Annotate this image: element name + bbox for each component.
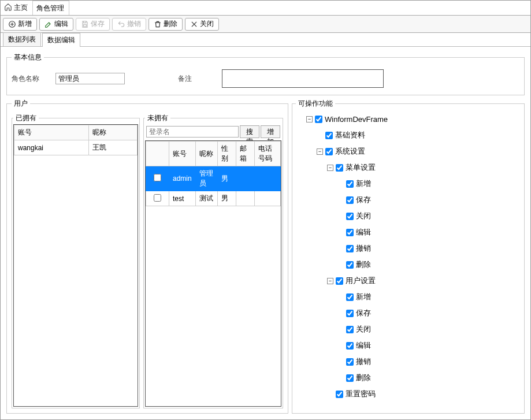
tree-node[interactable]: 编辑 <box>337 224 522 240</box>
tree-leaf-spacer <box>337 246 344 252</box>
delete-button[interactable]: 删除 <box>148 18 183 31</box>
plus-circle-icon <box>8 20 16 28</box>
col-check[interactable] <box>146 142 169 166</box>
tree-leaf-spacer <box>337 213 344 220</box>
undo-button[interactable]: 撤销 <box>112 18 146 31</box>
table-row[interactable]: wangkai王凯 <box>14 140 138 155</box>
cell-nick: 王凯 <box>89 140 138 155</box>
remark-input[interactable] <box>222 69 384 88</box>
add-button[interactable]: 新增 <box>3 18 37 31</box>
tree-node[interactable]: 重置密码 <box>327 386 522 402</box>
tree-checkbox[interactable] <box>346 310 354 317</box>
tab-role-manage[interactable]: 角色管理 <box>33 1 69 15</box>
tree-node[interactable]: 删除 <box>337 257 522 273</box>
cell-nick: 测试 <box>195 191 218 206</box>
toolbar-label: 编辑 <box>54 19 68 29</box>
tree-node[interactable]: 撤销 <box>337 354 522 370</box>
tree-node-label: 保存 <box>356 195 371 205</box>
add-user-button[interactable]: 增加 <box>261 125 280 138</box>
cell-nick: 管理员 <box>195 166 218 191</box>
svg-rect-1 <box>84 24 87 27</box>
owned-users-grid[interactable]: 账号 昵称 wangkai王凯 <box>13 124 138 407</box>
row-checkbox[interactable] <box>154 174 161 181</box>
collapse-icon[interactable]: − <box>327 165 333 171</box>
tree-checkbox[interactable] <box>346 196 354 204</box>
tree-node[interactable]: 新增 <box>337 176 522 192</box>
tree-node[interactable]: 关闭 <box>337 208 522 224</box>
tree-node[interactable]: 保存 <box>337 192 522 208</box>
col-gender[interactable]: 性别 <box>218 142 236 166</box>
tree-node-label: 编辑 <box>356 227 371 237</box>
collapse-icon[interactable]: − <box>317 148 323 155</box>
tree-checkbox[interactable] <box>346 261 354 269</box>
tree-checkbox[interactable] <box>325 132 333 139</box>
toolbar-label: 删除 <box>164 19 177 29</box>
table-row[interactable]: test 测试 男 <box>146 191 281 206</box>
basic-info-group: 基本信息 角色名称 备注 <box>6 53 525 95</box>
tree-checkbox[interactable] <box>346 326 354 333</box>
tree-leaf-spacer <box>337 197 344 203</box>
notowned-users-group: 未拥有 搜索 增加 账号 昵称 性别 邮箱 <box>143 113 283 408</box>
collapse-icon[interactable]: − <box>306 116 313 122</box>
tree-node[interactable]: 保存 <box>337 305 522 321</box>
tree-checkbox[interactable] <box>346 213 354 220</box>
tree-node[interactable]: −菜单设置 <box>327 159 522 176</box>
tree-checkbox[interactable] <box>336 277 343 285</box>
tree-node[interactable]: −用户设置 <box>327 273 522 289</box>
tree-leaf-spacer <box>337 343 344 349</box>
col-account[interactable]: 账号 <box>14 125 89 140</box>
tab-data-edit[interactable]: 数据编辑 <box>42 33 80 47</box>
collapse-icon[interactable]: − <box>327 278 333 284</box>
col-account[interactable]: 账号 <box>169 142 196 166</box>
close-button[interactable]: 关闭 <box>185 18 219 31</box>
tab-home[interactable]: 主页 <box>1 1 33 15</box>
tree-node[interactable]: −WinformDevFrame <box>306 111 522 127</box>
tree-checkbox[interactable] <box>315 116 322 123</box>
row-checkbox[interactable] <box>154 194 161 202</box>
save-button[interactable]: 保存 <box>76 18 110 31</box>
tree-node-label: 新增 <box>356 292 371 302</box>
undo-icon <box>117 20 125 28</box>
tree-node[interactable]: 撤销 <box>337 240 522 257</box>
owned-legend: 已拥有 <box>13 113 39 123</box>
functions-legend: 可操作功能 <box>296 99 335 109</box>
search-button[interactable]: 搜索 <box>240 125 259 138</box>
cell-phone <box>254 166 280 191</box>
tree-node[interactable]: −系统设置 <box>317 143 522 159</box>
notowned-legend: 未拥有 <box>145 113 170 123</box>
col-nick[interactable]: 昵称 <box>195 142 218 166</box>
cell-gender: 男 <box>218 166 236 191</box>
tree-checkbox[interactable] <box>346 180 354 188</box>
tree-checkbox[interactable] <box>346 374 354 382</box>
trash-icon <box>154 20 162 28</box>
tree-checkbox[interactable] <box>346 245 354 252</box>
tree-checkbox[interactable] <box>336 391 343 398</box>
tree-node[interactable]: 关闭 <box>337 321 522 337</box>
tree-checkbox[interactable] <box>346 229 354 236</box>
cell-account: wangkai <box>14 140 89 155</box>
tree-node[interactable]: 编辑 <box>337 337 522 354</box>
tab-data-list[interactable]: 数据列表 <box>3 32 41 46</box>
tree-checkbox[interactable] <box>346 293 354 301</box>
functions-tree[interactable]: −WinformDevFrame基础资料−系统设置−菜单设置新增保存关闭编辑撤销… <box>296 111 523 411</box>
tree-checkbox[interactable] <box>346 358 354 366</box>
tree-node[interactable]: 新增 <box>337 289 522 305</box>
col-email[interactable]: 邮箱 <box>236 142 254 166</box>
tree-node[interactable]: 基础资料 <box>317 127 522 143</box>
cell-check[interactable] <box>146 166 169 191</box>
owned-users-group: 已拥有 账号 昵称 wangkai王凯 <box>12 113 140 408</box>
notowned-users-grid[interactable]: 账号 昵称 性别 邮箱 电话号码 admin 管理员 男 test 测试 男 <box>145 140 281 407</box>
col-nick[interactable]: 昵称 <box>89 125 138 140</box>
col-phone[interactable]: 电话号码 <box>254 142 280 166</box>
tree-node[interactable]: 删除 <box>337 370 522 386</box>
tree-checkbox[interactable] <box>325 148 333 155</box>
login-input[interactable] <box>146 126 239 137</box>
role-name-input[interactable] <box>55 73 125 84</box>
sub-tab-label: 数据列表 <box>8 35 36 43</box>
edit-button[interactable]: 编辑 <box>39 18 73 31</box>
tree-checkbox[interactable] <box>336 164 343 172</box>
tree-checkbox[interactable] <box>346 342 354 350</box>
table-row[interactable]: admin 管理员 男 <box>146 166 281 191</box>
tree-leaf-spacer <box>337 294 344 300</box>
cell-check[interactable] <box>146 191 169 206</box>
